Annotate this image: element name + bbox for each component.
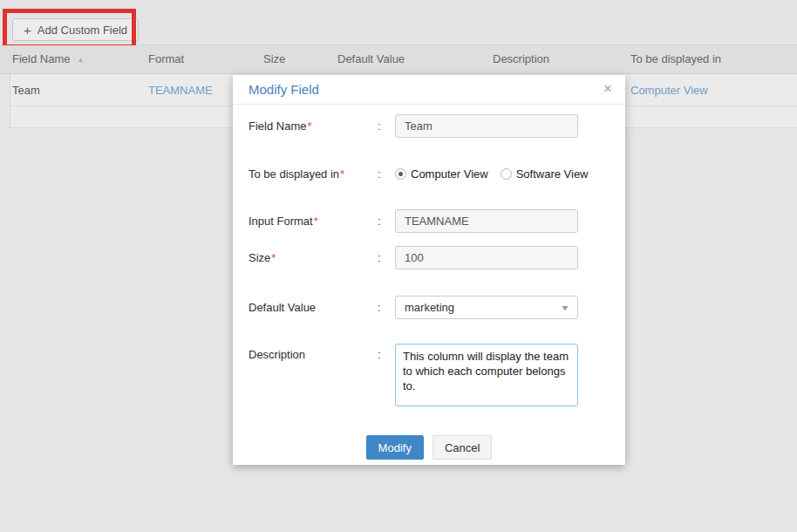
- colon-separator: :: [378, 251, 395, 264]
- size-input[interactable]: [395, 246, 578, 269]
- plus-icon: +: [24, 24, 31, 37]
- field-name-row: Field Name* :: [249, 114, 610, 138]
- sort-ascending-icon[interactable]: ▲: [77, 56, 84, 64]
- required-asterisk: *: [271, 251, 276, 264]
- default-value-selected: marketing: [405, 301, 454, 314]
- radio-selected-icon[interactable]: [395, 168, 406, 180]
- required-asterisk: *: [314, 215, 318, 228]
- required-asterisk: *: [340, 167, 344, 181]
- toolbar: + Add Custom Field: [0, 0, 797, 45]
- column-header-to-be-displayed-in[interactable]: To be displayed in: [630, 52, 721, 65]
- input-format-input[interactable]: [395, 209, 578, 233]
- field-name-input[interactable]: [395, 114, 578, 138]
- size-label: Size*: [249, 251, 378, 264]
- cell-field-name: Team: [12, 84, 40, 97]
- description-textarea[interactable]: This column will display the team to whi…: [395, 344, 578, 406]
- column-header-default-value[interactable]: Default Value: [337, 52, 405, 65]
- to-be-displayed-in-label: To be displayed in*: [249, 167, 378, 181]
- chevron-down-icon: [562, 306, 569, 310]
- radio-software-view-label: Software View: [516, 167, 589, 181]
- cell-format: TEAMNAME: [148, 84, 213, 97]
- radio-unselected-icon[interactable]: [501, 168, 512, 180]
- input-format-row: Input Format* :: [249, 209, 610, 233]
- dialog-footer: Modify Cancel: [233, 435, 625, 460]
- description-row: Description : This column will display t…: [249, 344, 610, 409]
- colon-separator: :: [378, 301, 395, 314]
- table-header-row: Field Name▲ Format Size Default Value De…: [0, 45, 797, 74]
- radio-software-view[interactable]: Software View: [501, 167, 589, 181]
- dialog-body: Field Name* : To be displayed in* : Comp…: [233, 105, 625, 409]
- default-value-label: Default Value: [249, 301, 378, 314]
- colon-separator: :: [378, 344, 395, 361]
- input-format-label: Input Format*: [249, 215, 378, 228]
- modify-button[interactable]: Modify: [366, 435, 424, 460]
- modify-field-dialog: Modify Field × Field Name* : To be displ…: [233, 75, 625, 465]
- column-header-format[interactable]: Format: [148, 52, 184, 65]
- dialog-header: Modify Field: [233, 75, 625, 105]
- field-name-label: Field Name*: [249, 119, 378, 133]
- default-value-row: Default Value : marketing: [249, 296, 610, 319]
- default-value-dropdown[interactable]: marketing: [395, 296, 578, 319]
- column-header-size[interactable]: Size: [263, 52, 285, 65]
- radio-computer-view[interactable]: Computer View: [395, 167, 488, 181]
- required-asterisk: *: [307, 119, 311, 133]
- add-custom-field-label: Add Custom Field: [37, 24, 127, 37]
- cell-to-be-displayed-in: Computer View: [630, 84, 708, 97]
- radio-computer-view-label: Computer View: [411, 167, 488, 181]
- column-header-description[interactable]: Description: [493, 52, 549, 65]
- add-custom-field-button[interactable]: + Add Custom Field: [12, 18, 139, 41]
- colon-separator: :: [378, 119, 395, 133]
- description-label: Description: [249, 344, 378, 361]
- colon-separator: :: [378, 167, 395, 181]
- close-icon[interactable]: ×: [599, 80, 616, 98]
- to-be-displayed-in-row: To be displayed in* : Computer View Soft…: [249, 167, 610, 181]
- cancel-button[interactable]: Cancel: [433, 435, 492, 460]
- dialog-title: Modify Field: [249, 82, 319, 97]
- size-row: Size* :: [249, 246, 610, 269]
- column-header-field-name[interactable]: Field Name▲: [12, 52, 84, 65]
- colon-separator: :: [378, 215, 395, 228]
